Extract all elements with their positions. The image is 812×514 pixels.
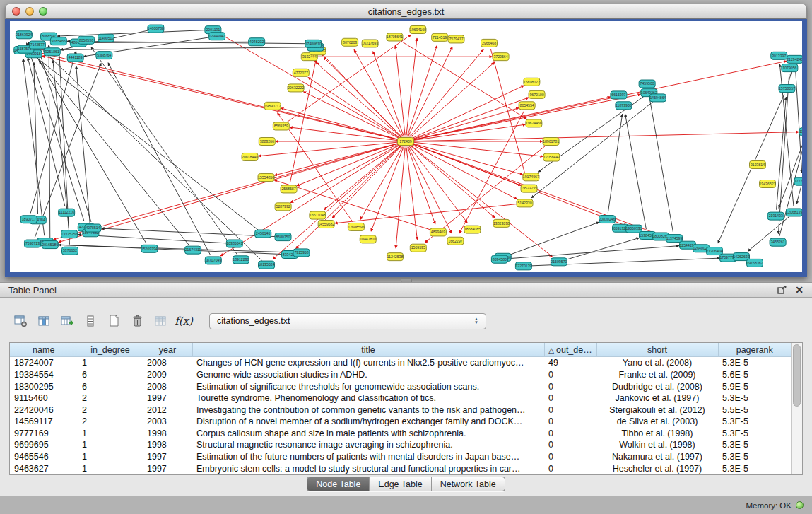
graph-node[interactable]: 21509570	[551, 258, 567, 266]
graph-node[interactable]: 21294246	[787, 55, 802, 63]
graph-node[interactable]: 6615397	[611, 91, 627, 99]
graph-edge[interactable]	[273, 146, 401, 259]
graph-node[interactable]: 4772077	[293, 69, 309, 76]
graph-edge[interactable]	[42, 56, 399, 140]
graph-edge[interactable]	[316, 62, 401, 137]
graph-node[interactable]: 11112216	[59, 209, 75, 216]
graph-edge[interactable]	[412, 142, 543, 156]
graph-node[interactable]: 2568587	[281, 185, 297, 193]
graph-edge[interactable]	[406, 38, 417, 135]
graph-node[interactable]: 8054554	[519, 102, 535, 110]
tab-network-table[interactable]: Network Table	[431, 477, 505, 491]
graph-node[interactable]: 18584085	[464, 226, 481, 233]
graph-edge[interactable]	[290, 127, 399, 141]
table-row[interactable]: 946362711997Embryonic stem cells: a mode…	[10, 462, 791, 474]
graph-node[interactable]: 19523235	[521, 185, 537, 192]
graph-edge[interactable]	[506, 246, 679, 259]
table-mode-icon[interactable]	[11, 312, 30, 330]
create-column-icon[interactable]	[58, 312, 76, 330]
graph-node[interactable]: 4441189	[67, 54, 83, 62]
graph-edge[interactable]	[565, 238, 640, 259]
graph-node[interactable]: 18705641	[387, 33, 403, 41]
graph-node[interactable]: 12270139	[515, 262, 531, 270]
table-row[interactable]: 977716911998Corpus callosum shape and si…	[10, 428, 791, 440]
graph-edge[interactable]	[360, 147, 403, 220]
graph-node[interactable]: 7915958	[293, 249, 310, 257]
graph-edge[interactable]	[297, 144, 400, 186]
graph-node[interactable]: 11873900	[616, 102, 632, 110]
table-row[interactable]: 1938455462009Genome-wide association stu…	[10, 369, 791, 381]
graph-edge[interactable]	[795, 66, 801, 173]
table-scrollbar[interactable]	[791, 343, 802, 474]
graph-edge[interactable]	[23, 59, 45, 235]
graph-node[interactable]: 21306404	[706, 247, 722, 255]
graph-node[interactable]: 11400513	[98, 34, 114, 42]
graph-node[interactable]: 8094580	[491, 255, 507, 263]
graph-edge[interactable]	[412, 124, 526, 141]
graph-node[interactable]: 13375256	[61, 230, 78, 238]
graph-edge[interactable]	[57, 30, 206, 37]
show-columns-icon[interactable]	[35, 312, 53, 330]
graph-node[interactable]: 18135524	[258, 261, 274, 269]
graph-node[interactable]: 4048202	[249, 38, 265, 46]
graph-node[interactable]: 5388764	[96, 52, 112, 59]
graph-node[interactable]: 2456146	[255, 230, 271, 238]
graph-node[interactable]: 8680750	[275, 233, 291, 241]
new-table-icon[interactable]	[105, 312, 123, 330]
graph-edge[interactable]	[400, 40, 526, 119]
graph-edge[interactable]	[396, 45, 405, 135]
graph-edge[interactable]	[408, 147, 435, 224]
close-window-button[interactable]	[12, 7, 20, 16]
graph-node[interactable]: 7579417	[448, 35, 464, 43]
graph-edge[interactable]	[411, 144, 517, 199]
graph-node[interactable]: 2966468	[481, 39, 497, 47]
graph-node[interactable]: 5142330	[517, 199, 533, 207]
graph-node[interactable]: 21863924	[16, 31, 32, 39]
graph-node[interactable]: 5376602	[62, 247, 78, 255]
graph-node[interactable]: 7459500	[639, 80, 655, 88]
graph-node[interactable]: 20830246	[599, 216, 615, 223]
graph-node[interactable]: 17480610	[305, 40, 322, 47]
float-panel-icon[interactable]	[777, 286, 787, 294]
graph-edge[interactable]	[411, 146, 495, 218]
graph-node[interactable]: 11551786	[799, 128, 802, 136]
graph-node[interactable]: 18707049	[205, 257, 221, 264]
table-row[interactable]: 969969511998Structural magnetic resonanc…	[10, 439, 791, 451]
graph-node[interactable]: 19436523	[759, 180, 775, 188]
graph-node[interactable]: 17724051	[794, 177, 802, 185]
network-canvas[interactable]: 1890178112058443191749671952323551423301…	[10, 21, 802, 272]
tab-node-table[interactable]: Node Table	[307, 477, 369, 491]
graph-edge[interactable]	[354, 49, 403, 136]
import-table-icon[interactable]	[151, 312, 170, 330]
graph-node[interactable]: 14600788	[148, 25, 164, 33]
graph-edge[interactable]	[509, 222, 599, 255]
graph-node[interactable]: 14594864	[649, 94, 666, 102]
graph-node[interactable]: 14559582	[318, 221, 334, 228]
graph-edge[interactable]	[290, 59, 316, 183]
close-panel-icon[interactable]: ✕	[795, 285, 804, 295]
graph-node[interactable]: 9670100	[529, 90, 545, 98]
graph-edge[interactable]	[27, 43, 84, 221]
graph-node[interactable]: 21674311	[185, 246, 201, 254]
minimize-window-button[interactable]	[25, 7, 34, 16]
graph-edge[interactable]	[335, 204, 519, 223]
graph-node[interactable]: 3883266	[259, 138, 275, 146]
graph-node[interactable]: 10385041	[226, 240, 242, 247]
graph-edge[interactable]	[409, 146, 467, 223]
graph-node[interactable]: 10447810	[360, 235, 376, 243]
graph-edge[interactable]	[303, 92, 400, 139]
graph-node[interactable]: 19890717	[264, 102, 281, 110]
function-builder-icon[interactable]: f(x)	[175, 312, 193, 330]
graph-node[interactable]: 8058536	[78, 36, 94, 44]
column-header-pagerank[interactable]: pagerank	[718, 343, 791, 357]
graph-edge[interactable]	[102, 228, 277, 237]
graph-node[interactable]: 11242538	[387, 253, 403, 261]
graph-node[interactable]: 15898022	[524, 78, 540, 86]
graph-edge[interactable]	[411, 86, 524, 139]
graph-edge[interactable]	[625, 114, 647, 229]
graph-node[interactable]: 12688595	[348, 223, 364, 230]
graph-node[interactable]: 18901781	[543, 138, 559, 146]
graph-edge[interactable]	[59, 245, 295, 252]
graph-node[interactable]: 11374599	[666, 235, 683, 243]
graph-node[interactable]: 172409	[398, 138, 414, 146]
